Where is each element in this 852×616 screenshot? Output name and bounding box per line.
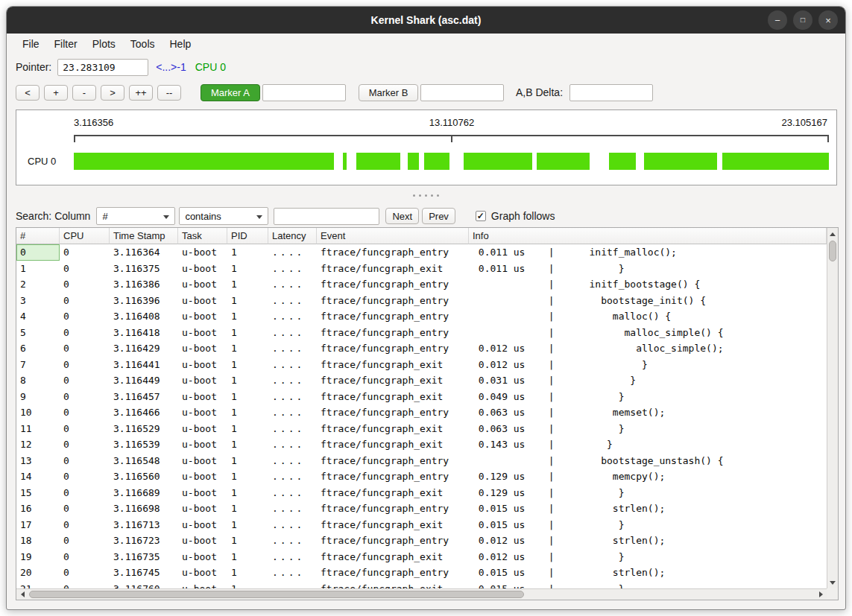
table-row[interactable]: 1303.116548u-boot1....ftrace/funcgraph_e… — [16, 453, 827, 469]
search-column-select[interactable]: # — [96, 207, 175, 225]
splitter-handle[interactable] — [7, 192, 845, 198]
cpu-activity-segment[interactable] — [356, 153, 400, 170]
table-row[interactable]: 1903.116735u-boot1....ftrace/funcgraph_e… — [16, 549, 827, 565]
zoom-out-button[interactable]: - — [72, 85, 96, 101]
table-cell: 0 — [60, 372, 110, 389]
prev-button[interactable]: Prev — [422, 208, 455, 224]
cpu-activity-segment[interactable] — [537, 153, 590, 170]
next-button[interactable]: Next — [385, 208, 419, 224]
menu-item-help[interactable]: Help — [163, 36, 198, 52]
vertical-scrollbar-thumb[interactable] — [829, 241, 836, 261]
graph-time-ruler[interactable] — [74, 135, 829, 142]
table-body: 003.116364u-boot1....ftrace/funcgraph_en… — [16, 244, 827, 588]
column-header-event[interactable]: Event — [317, 228, 469, 244]
table-cell: 0 — [60, 293, 110, 309]
table-cell: | bootstage_unstash() { — [469, 453, 827, 469]
table-row[interactable]: 1203.116539u-boot1....ftrace/funcgraph_e… — [16, 436, 827, 453]
menu-item-plots[interactable]: Plots — [86, 36, 122, 52]
table-row[interactable]: 703.116441u-boot1....ftrace/funcgraph_ex… — [16, 357, 827, 373]
cpu-activity-segment[interactable] — [424, 153, 449, 170]
column-header-info[interactable]: Info — [469, 228, 827, 244]
table-cell: 0 — [60, 357, 110, 373]
table-cell: 0.129 us | memcpy(); — [469, 469, 827, 485]
table-row[interactable]: 503.116418u-boot1....ftrace/funcgraph_en… — [16, 325, 827, 341]
cpu-activity-segment[interactable] — [74, 153, 334, 170]
menu-item-tools[interactable]: Tools — [124, 36, 162, 52]
scrollbar-corner — [827, 588, 838, 600]
cpu-activity-segment[interactable] — [464, 153, 532, 170]
table-cell: u-boot — [178, 261, 227, 277]
table-row[interactable]: 403.116408u-boot1....ftrace/funcgraph_en… — [16, 308, 827, 325]
marker-b-value-field[interactable] — [420, 84, 504, 101]
table-row[interactable]: 1503.116689u-boot1....ftrace/funcgraph_e… — [16, 485, 827, 501]
cpu-activity-segment[interactable] — [722, 153, 829, 170]
scroll-left-icon[interactable] — [17, 589, 28, 600]
minimize-button[interactable]: − — [768, 10, 787, 30]
menu-item-filter[interactable]: Filter — [48, 36, 84, 52]
window-controls: − □ × — [768, 10, 838, 30]
table-row[interactable]: 203.116386u-boot1....ftrace/funcgraph_en… — [16, 276, 827, 293]
zoom-in-fast-button[interactable]: ++ — [129, 85, 153, 101]
table-row[interactable]: 803.116449u-boot1....ftrace/funcgraph_ex… — [16, 372, 827, 389]
table-row[interactable]: 603.116429u-boot1....ftrace/funcgraph_en… — [16, 340, 827, 357]
table-row[interactable]: 1103.116529u-boot1....ftrace/funcgraph_e… — [16, 421, 827, 437]
cpu0-activity-plot[interactable] — [74, 153, 829, 170]
scroll-left-button[interactable]: < — [16, 85, 40, 101]
zoom-in-button[interactable]: + — [44, 85, 68, 101]
table-row[interactable]: 1703.116713u-boot1....ftrace/funcgraph_e… — [16, 517, 827, 533]
search-input[interactable] — [274, 208, 379, 225]
close-button[interactable]: × — [818, 10, 838, 30]
search-column-value: # — [102, 211, 107, 222]
column-header-latency[interactable]: Latency — [268, 228, 317, 244]
horizontal-scrollbar[interactable] — [16, 588, 827, 600]
graph-follows-checkbox[interactable]: ✓ — [476, 211, 486, 221]
scroll-right-button[interactable]: > — [101, 85, 124, 101]
column-header-cpu[interactable]: CPU — [60, 228, 110, 244]
table-cell: 0.011 us | } — [469, 261, 827, 277]
table-row[interactable]: 2103.116760u-boot1....ftrace/funcgraph_e… — [16, 581, 827, 589]
cpu-activity-segment[interactable] — [343, 153, 347, 170]
table-row[interactable]: 103.116375u-boot1....ftrace/funcgraph_ex… — [16, 261, 827, 277]
ab-delta-field[interactable] — [569, 84, 653, 101]
table-row[interactable]: 1603.116698u-boot1....ftrace/funcgraph_e… — [16, 501, 827, 517]
search-condition-select[interactable]: contains — [179, 207, 268, 225]
scroll-down-icon[interactable] — [827, 577, 838, 588]
table-cell: u-boot — [178, 372, 227, 389]
column-header-pid[interactable]: PID — [227, 228, 268, 244]
marker-a-value-field[interactable] — [262, 84, 346, 101]
cpu-activity-segment[interactable] — [644, 153, 717, 170]
table-cell: u-boot — [178, 453, 227, 469]
zoom-out-fast-button[interactable]: -- — [157, 85, 181, 101]
maximize-button[interactable]: □ — [793, 10, 812, 30]
marker-b-button[interactable]: Marker B — [359, 84, 418, 101]
pointer-cpu-label: CPU 0 — [195, 61, 226, 73]
table-cell: 7 — [16, 357, 60, 373]
table-cell: 0 — [60, 533, 110, 549]
scroll-right-icon[interactable] — [815, 589, 826, 600]
table-header: #CPUTime StampTaskPIDLatencyEventInfo — [16, 228, 827, 244]
scroll-up-icon[interactable] — [827, 229, 838, 239]
table-row[interactable]: 2003.116745u-boot1....ftrace/funcgraph_e… — [16, 565, 827, 581]
table-cell: ftrace/funcgraph_exit — [317, 549, 469, 565]
table-cell: 3.116429 — [110, 340, 178, 357]
cpu-activity-segment[interactable] — [408, 153, 419, 170]
table-row[interactable]: 1803.116723u-boot1....ftrace/funcgraph_e… — [16, 533, 827, 549]
horizontal-scrollbar-thumb[interactable] — [29, 591, 524, 598]
column-header-time-stamp[interactable]: Time Stamp — [110, 228, 178, 244]
table-cell: 0.049 us | } — [469, 389, 827, 405]
table-cell: ftrace/funcgraph_entry — [317, 293, 469, 309]
marker-a-button[interactable]: Marker A — [201, 84, 260, 101]
table-cell: 20 — [16, 565, 60, 581]
vertical-scrollbar[interactable] — [827, 228, 838, 588]
table-row[interactable]: 303.116396u-boot1....ftrace/funcgraph_en… — [16, 293, 827, 309]
column-header-num[interactable]: # — [16, 228, 60, 244]
cpu-activity-segment[interactable] — [609, 153, 635, 170]
table-row[interactable]: 003.116364u-boot1....ftrace/funcgraph_en… — [16, 244, 827, 261]
table-row[interactable]: 1003.116466u-boot1....ftrace/funcgraph_e… — [16, 404, 827, 421]
table-row[interactable]: 903.116457u-boot1....ftrace/funcgraph_ex… — [16, 389, 827, 405]
column-header-task[interactable]: Task — [178, 228, 227, 244]
table-row[interactable]: 1403.116560u-boot1....ftrace/funcgraph_e… — [16, 469, 827, 485]
table-cell: 3.116364 — [110, 244, 178, 261]
pointer-value-field[interactable]: 23.283109 — [57, 59, 148, 76]
menu-item-file[interactable]: File — [16, 36, 46, 52]
